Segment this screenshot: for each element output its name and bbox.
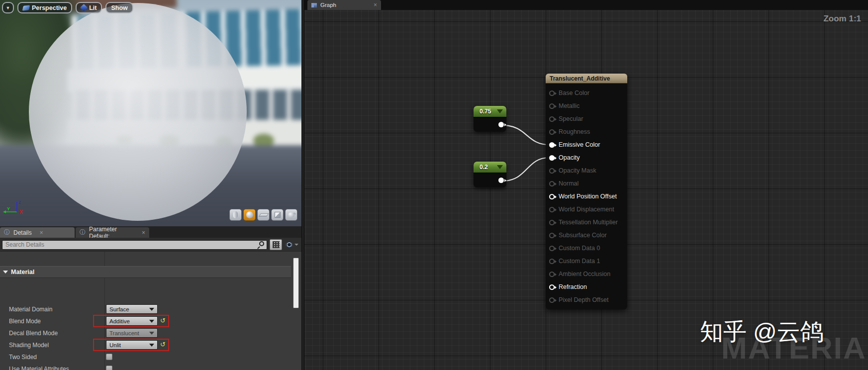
pin-circle-icon[interactable]: [549, 207, 555, 212]
wire-0.75-to-emissive-color[interactable]: [502, 125, 549, 145]
tab-graph-label: Graph: [320, 2, 336, 8]
row-label: Material Domain: [9, 306, 52, 313]
graph-canvas[interactable]: Zoom 1:1 MATERIAL 知乎 @云鸽 0.75 0.2: [304, 10, 868, 370]
row-label: Shading Model: [9, 342, 49, 349]
watermark-zhihu-text: 知乎 @云鸽: [700, 316, 824, 348]
pin-base-color[interactable]: Base Color: [546, 87, 627, 99]
wire-0.2-to-opacity[interactable]: [502, 158, 549, 181]
pin-circle-icon[interactable]: [549, 220, 555, 225]
view-options-button[interactable]: [285, 239, 299, 250]
material-node-title[interactable]: Translucent_Additive: [546, 74, 627, 84]
pin-refraction[interactable]: Refraction: [546, 280, 627, 293]
expand-arrow-icon: [3, 271, 8, 274]
pin-circle-icon[interactable]: [549, 142, 555, 148]
info-icon: ⓘ: [4, 228, 10, 237]
graph-tabbar: Graph ×: [304, 0, 868, 10]
pin-circle-icon[interactable]: [549, 91, 555, 96]
pin-subsurface-color[interactable]: Subsurface Color: [546, 229, 627, 242]
preview-shape-plane-button[interactable]: [257, 209, 270, 221]
pin-pixel-depth-offset[interactable]: Pixel Depth Offset: [546, 293, 627, 306]
lit-cube-icon: [80, 4, 88, 12]
preview-shape-cube-button[interactable]: [271, 209, 284, 221]
search-details-input[interactable]: [2, 240, 267, 250]
teapot-icon: [288, 212, 294, 217]
pin-opacity-mask[interactable]: Opacity Mask: [546, 164, 627, 177]
show-button[interactable]: Show: [105, 2, 133, 13]
collapse-triangle-icon: [497, 109, 503, 113]
graph-icon: [311, 3, 317, 7]
pin-world-displacement[interactable]: World Displacement: [546, 203, 627, 216]
pin-circle-icon[interactable]: [549, 259, 555, 264]
preview-shape-cylinder-button[interactable]: [229, 209, 242, 221]
pin-label: Specular: [559, 115, 583, 122]
pin-metallic[interactable]: Metallic: [546, 99, 627, 112]
pin-circle-icon[interactable]: [549, 116, 555, 122]
tab-details-label: Details: [13, 229, 32, 236]
pin-roughness[interactable]: Roughness: [546, 125, 627, 138]
pin-circle-icon[interactable]: [549, 194, 555, 199]
pin-circle-icon[interactable]: [549, 233, 555, 238]
close-icon[interactable]: ×: [374, 1, 377, 8]
pin-circle-icon[interactable]: [549, 168, 555, 174]
pin-label: Opacity Mask: [559, 167, 596, 174]
output-pin[interactable]: [498, 122, 504, 127]
close-icon[interactable]: ×: [142, 229, 145, 236]
pin-emissive-color[interactable]: Emissive Color: [546, 138, 627, 151]
material-node-pin-list: Base ColorMetallicSpecularRoughnessEmiss…: [546, 84, 627, 309]
axis-gizmo-icon: z Y X: [2, 198, 28, 218]
viewport-toolbar: ▼ Perspective Lit Show: [2, 2, 133, 13]
pin-opacity[interactable]: Opacity: [546, 151, 627, 164]
two-sided-checkbox[interactable]: [106, 354, 112, 360]
preview-shape-sphere-button[interactable]: [243, 209, 256, 221]
category-header-material[interactable]: Material: [0, 266, 291, 278]
pin-circle-icon[interactable]: [549, 272, 555, 277]
dropdown-value: Surface: [109, 306, 129, 312]
material-domain-dropdown[interactable]: Surface: [106, 304, 158, 314]
category-label: Material: [11, 269, 34, 276]
sphere-icon: [246, 211, 253, 218]
material-result-node[interactable]: Translucent_Additive Base ColorMetallicS…: [546, 74, 627, 309]
preview-shape-teapot-button[interactable]: [285, 209, 297, 221]
preview-viewport[interactable]: ▼ Perspective Lit Show z Y X: [0, 0, 301, 226]
constant-value: 0.75: [480, 108, 491, 115]
pin-label: Refraction: [559, 283, 587, 290]
pin-world-position-offset[interactable]: World Position Offset: [546, 190, 627, 203]
use-material-attributes-checkbox[interactable]: [106, 366, 112, 370]
pin-label: World Displacement: [559, 206, 614, 213]
pin-circle-icon[interactable]: [549, 103, 555, 109]
pin-circle-icon[interactable]: [549, 129, 555, 135]
row-use-material-attributes: Use Material Attributes: [0, 363, 291, 370]
pin-label: Normal: [559, 180, 579, 187]
chevron-down-icon: [149, 308, 154, 311]
pin-circle-icon[interactable]: [549, 246, 555, 251]
perspective-button[interactable]: Perspective: [17, 2, 72, 13]
pin-label: Custom Data 0: [559, 245, 600, 252]
constant-node-0.75[interactable]: 0.75: [474, 106, 506, 132]
pin-custom-data-0[interactable]: Custom Data 0: [546, 242, 627, 255]
pin-normal[interactable]: Normal: [546, 177, 627, 190]
pin-specular[interactable]: Specular: [546, 112, 627, 125]
pin-label: Opacity: [559, 154, 579, 161]
material-editor-window: ▼ Perspective Lit Show z Y X: [0, 0, 868, 370]
details-scrollbar[interactable]: [293, 258, 299, 308]
close-icon[interactable]: ×: [40, 229, 43, 236]
output-pin[interactable]: [498, 178, 504, 183]
pin-custom-data-1[interactable]: Custom Data 1: [546, 255, 627, 268]
tab-details[interactable]: ⓘ Details ×: [0, 227, 75, 238]
constant-value: 0.2: [480, 164, 488, 171]
pin-circle-icon[interactable]: [549, 297, 555, 303]
pin-tessellation-multiplier[interactable]: Tessellation Multiplier: [546, 216, 627, 229]
tab-graph[interactable]: Graph ×: [307, 0, 381, 10]
pin-circle-icon[interactable]: [549, 181, 555, 186]
tab-parameter-defaults[interactable]: ⓘ Parameter Default: ×: [76, 227, 149, 238]
pin-circle-icon[interactable]: [549, 155, 555, 161]
pin-ambient-occlusion[interactable]: Ambient Occlusion: [546, 268, 627, 280]
viewport-options-button[interactable]: ▼: [2, 2, 14, 13]
lit-mode-button[interactable]: Lit: [76, 2, 102, 13]
row-shading-model: Shading Model Unlit ↺: [0, 339, 291, 351]
display-filter-button[interactable]: [270, 239, 283, 250]
chevron-down-icon: [149, 332, 154, 335]
constant-node-0.2[interactable]: 0.2: [474, 162, 506, 187]
pin-circle-icon[interactable]: [549, 284, 555, 290]
pin-label: Ambient Occlusion: [559, 271, 610, 278]
